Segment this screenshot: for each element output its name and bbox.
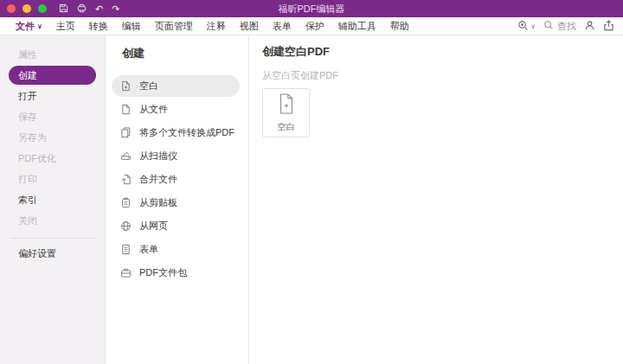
menubar-right-tools: ∨ 查找 — [517, 20, 614, 33]
find-label: 查找 — [557, 20, 576, 33]
create-item-label: 从剪贴板 — [139, 196, 177, 209]
zoom-search-icon — [517, 20, 529, 33]
window-title: 福昕PDF编辑器 — [279, 3, 345, 16]
create-item-multiple-files[interactable]: 将多个文件转换成PDF — [112, 122, 240, 144]
menu-item-convert[interactable]: 转换 — [82, 20, 115, 33]
create-item-form[interactable]: 表单 — [112, 239, 240, 260]
sidebar-item-create[interactable]: 创建 — [9, 66, 96, 85]
share-icon[interactable] — [603, 20, 614, 33]
menu-item-accessibility[interactable]: 辅助工具 — [331, 20, 383, 33]
search-icon — [543, 20, 554, 32]
create-item-from-scanner[interactable]: 从扫描仪 — [112, 145, 240, 167]
menu-item-help[interactable]: 帮助 — [383, 20, 416, 33]
multiple-files-icon — [120, 127, 132, 138]
scanner-icon — [120, 150, 132, 162]
sidebar: 属性 创建 打开 保存 另存为 PDF优化 打印 索引 关闭 偏好设置 — [0, 35, 106, 364]
form-icon — [120, 244, 132, 255]
card-label: 空白 — [278, 121, 295, 133]
menu-item-file-label: 文件 — [16, 20, 35, 33]
create-item-pdf-portfolio[interactable]: PDF文件包 — [112, 262, 240, 284]
sidebar-item-pdf-optimize: PDF优化 — [9, 149, 96, 168]
main-panel: 创建空白PDF 从空白页创建PDF 空白 — [249, 35, 623, 364]
sidebar-item-properties: 属性 — [9, 45, 96, 64]
titlebar: ↶ ↷ 福昕PDF编辑器 — [0, 0, 623, 17]
sidebar-item-index[interactable]: 索引 — [9, 190, 96, 209]
blank-page-plus-icon — [120, 80, 132, 92]
create-item-label: PDF文件包 — [139, 266, 187, 279]
page-title: 创建空白PDF — [262, 44, 623, 60]
menu-item-comment[interactable]: 注释 — [200, 20, 233, 33]
close-window-button[interactable] — [7, 4, 16, 13]
create-item-blank[interactable]: 空白 — [112, 75, 240, 97]
create-item-combine-files[interactable]: 合并文件 — [112, 169, 240, 190]
sidebar-item-open[interactable]: 打开 — [9, 86, 96, 105]
from-file-icon — [120, 104, 132, 115]
account-icon[interactable] — [584, 20, 595, 33]
print-icon[interactable] — [77, 3, 87, 15]
pdf-portfolio-icon — [120, 267, 132, 278]
quick-access-toolbar: ↶ ↷ — [59, 3, 119, 15]
create-item-label: 从扫描仪 — [139, 150, 177, 163]
create-item-from-clipboard[interactable]: 从剪贴板 — [112, 192, 240, 214]
blank-pdf-card[interactable]: 空白 — [262, 88, 310, 137]
create-item-label: 表单 — [139, 243, 158, 256]
undo-icon[interactable]: ↶ — [95, 4, 103, 14]
create-item-label: 将多个文件转换成PDF — [139, 126, 234, 139]
menu-item-edit[interactable]: 编辑 — [115, 20, 148, 33]
web-page-icon — [120, 220, 132, 232]
page-subtitle: 从空白页创建PDF — [262, 69, 623, 82]
sidebar-item-save: 保存 — [9, 107, 96, 126]
zoom-search-dropdown[interactable]: ∨ — [517, 20, 536, 33]
blank-page-plus-icon — [277, 93, 296, 117]
menu-item-view[interactable]: 视图 — [233, 20, 266, 33]
create-item-from-web-page[interactable]: 从网页 — [112, 215, 240, 237]
minimize-window-button[interactable] — [22, 4, 31, 13]
create-item-label: 空白 — [139, 80, 158, 93]
create-panel: 创建 空白 从文件 将多个文件转换成PDF 从扫描仪 — [106, 35, 249, 364]
menubar: 文件 ∨ 主页 转换 编辑 页面管理 注释 视图 表单 保护 辅助工具 帮助 ∨… — [0, 17, 623, 35]
menu-item-home[interactable]: 主页 — [49, 20, 82, 33]
save-icon[interactable] — [59, 3, 68, 15]
menu-item-protect[interactable]: 保护 — [299, 20, 331, 33]
create-panel-title: 创建 — [122, 46, 248, 61]
maximize-window-button[interactable] — [38, 4, 47, 13]
create-item-label: 合并文件 — [139, 173, 177, 186]
menu-item-form[interactable]: 表单 — [266, 20, 299, 33]
create-item-label: 从网页 — [139, 220, 168, 233]
redo-icon[interactable]: ↷ — [112, 4, 119, 14]
chevron-down-icon: ∨ — [37, 22, 42, 30]
sidebar-item-print: 打印 — [9, 169, 96, 188]
menu-item-page-organize[interactable]: 页面管理 — [148, 20, 200, 33]
create-item-from-file[interactable]: 从文件 — [112, 99, 240, 120]
combine-files-icon — [120, 174, 132, 185]
find-button[interactable]: 查找 — [543, 20, 576, 33]
window-controls — [7, 4, 47, 13]
create-item-label: 从文件 — [139, 103, 168, 116]
chevron-down-icon: ∨ — [530, 22, 536, 30]
backstage-view: 属性 创建 打开 保存 另存为 PDF优化 打印 索引 关闭 偏好设置 创建 空… — [0, 35, 623, 364]
sidebar-item-preferences[interactable]: 偏好设置 — [9, 244, 96, 263]
clipboard-icon — [120, 197, 132, 208]
sidebar-divider — [10, 238, 94, 239]
sidebar-item-save-as: 另存为 — [9, 128, 96, 147]
menu-item-file[interactable]: 文件 ∨ — [9, 20, 49, 33]
sidebar-item-close: 关闭 — [9, 211, 96, 230]
